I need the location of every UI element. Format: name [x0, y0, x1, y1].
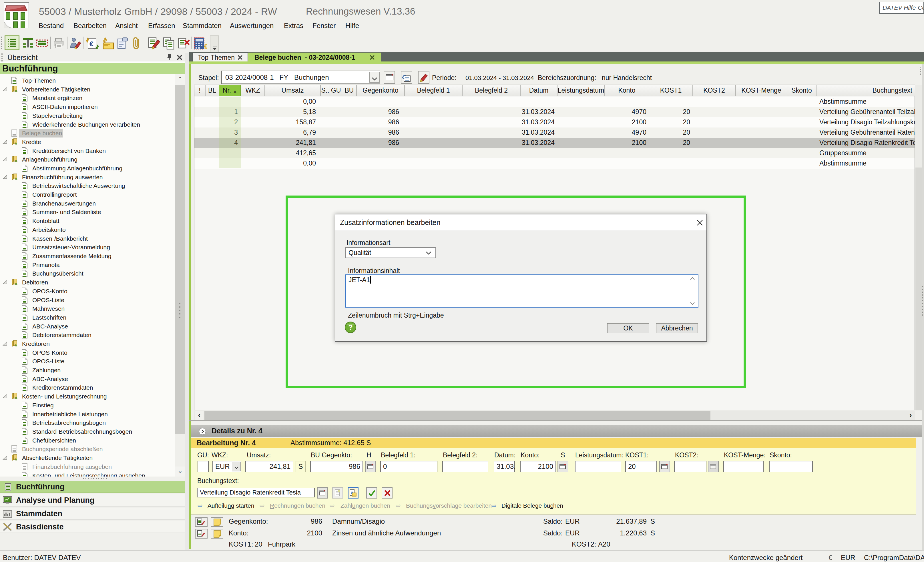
svg-text:€: € — [90, 40, 93, 48]
svg-text:?: ? — [348, 323, 353, 331]
svg-text:€: € — [204, 43, 207, 50]
